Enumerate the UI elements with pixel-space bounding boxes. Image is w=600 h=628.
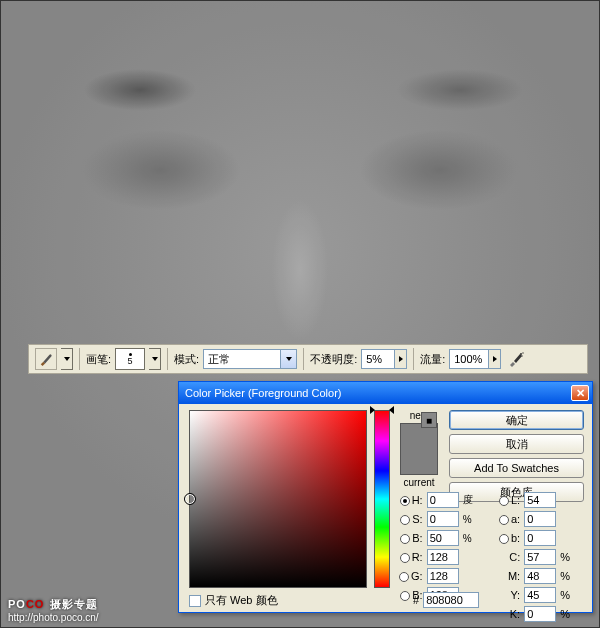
opacity-flyout[interactable] [395,349,407,369]
lab-b-radio[interactable] [499,534,509,544]
m-input[interactable] [524,568,556,584]
dialog-titlebar[interactable]: Color Picker (Foreground Color) ✕ [179,382,592,404]
close-icon: ✕ [576,387,585,400]
dialog-title: Color Picker (Foreground Color) [185,387,571,399]
divider [79,348,80,370]
r-input[interactable] [427,549,459,565]
lab-cmyk-grid: L: a: b: C: % M: % Y: % K: % [499,492,570,622]
chevron-down-icon [64,357,70,361]
brush-dropdown[interactable] [149,348,161,370]
r-label[interactable]: R: [399,551,423,563]
brush-preview[interactable]: 5 [115,348,145,370]
hsb-rgb-grid: H: 度 S: % B: % R: G: B: [399,492,473,603]
s-label[interactable]: S: [399,513,423,525]
lab-b-input[interactable] [524,530,556,546]
hex-hash: # [413,594,419,606]
add-to-swatches-button[interactable]: Add To Swatches [449,458,584,478]
brush-size-value: 5 [128,357,133,366]
c-label: C: [499,551,520,563]
mode-label: 模式: [174,352,199,367]
y-label: Y: [499,589,520,601]
g-input[interactable] [427,568,459,584]
chevron-right-icon [493,356,497,362]
close-button[interactable]: ✕ [571,385,589,401]
bv-radio[interactable] [400,591,410,601]
a-input[interactable] [524,511,556,527]
L-radio[interactable] [499,496,509,506]
L-input[interactable] [524,492,556,508]
svg-point-1 [523,352,524,353]
opacity-field[interactable]: 5% [361,349,407,369]
opacity-label: 不透明度: [310,352,357,367]
divider [303,348,304,370]
triangle-left-icon [370,406,375,414]
m-label: M: [499,570,520,582]
watermark: POCO 摄影专题 http://photo.poco.cn/ [0,588,200,628]
g-radio[interactable] [399,572,409,582]
flow-flyout[interactable] [489,349,501,369]
divider [413,348,414,370]
h-radio[interactable] [400,496,410,506]
L-label[interactable]: L: [499,494,520,506]
g-label[interactable]: G: [399,570,423,582]
triangle-right-icon [389,406,394,414]
color-picker-dialog: Color Picker (Foreground Color) ✕ new cu… [178,381,593,613]
brush-icon [39,352,53,366]
k-label: K: [499,608,520,620]
current-label: current [399,477,439,488]
y-unit: % [560,589,570,601]
opacity-value: 5% [366,353,382,365]
svg-point-2 [522,355,523,356]
hex-row: # [413,592,479,608]
hex-input[interactable] [423,592,479,608]
blend-mode-dropdown-button[interactable] [281,349,297,369]
h-label[interactable]: H: [399,494,423,506]
current-color-swatch[interactable] [401,449,437,474]
chevron-down-icon [286,357,292,361]
a-radio[interactable] [499,515,509,525]
airbrush-icon [507,350,525,368]
brush-label: 画笔: [86,352,111,367]
h-input[interactable] [427,492,459,508]
hue-strip[interactable] [374,410,390,588]
watermark-url: http://photo.poco.cn/ [8,612,200,623]
dialog-buttons: 确定 取消 Add To Swatches 颜色库 [449,410,584,502]
flow-label: 流量: [420,352,445,367]
h-unit: 度 [463,493,473,507]
a-label[interactable]: a: [499,513,520,525]
swatch-box[interactable] [400,423,438,475]
k-unit: % [560,608,570,620]
b-label[interactable]: B: [399,532,423,544]
airbrush-toggle[interactable] [505,348,527,370]
lab-b-label[interactable]: b: [499,532,520,544]
divider [167,348,168,370]
tool-preset-dropdown[interactable] [61,348,73,370]
r-radio[interactable] [400,553,410,563]
s-input[interactable] [427,511,459,527]
hue-thumb[interactable] [370,406,394,414]
k-input[interactable] [524,606,556,622]
web-only-row[interactable]: 只有 Web 颜色 [189,593,278,608]
c-unit: % [560,551,570,563]
blend-mode-value: 正常 [208,352,230,367]
chevron-down-icon [152,357,158,361]
cancel-button[interactable]: 取消 [449,434,584,454]
b-unit: % [463,533,473,544]
s-radio[interactable] [400,515,410,525]
chevron-right-icon [399,356,403,362]
current-tool-slot[interactable] [35,348,57,370]
saturation-value-field[interactable] [189,410,367,588]
c-input[interactable] [524,549,556,565]
dialog-body: new current ■ 确定 取消 Add To Swatches 颜色库 … [179,404,592,614]
b-radio[interactable] [400,534,410,544]
watermark-logo: POCO 摄影专题 [8,594,200,612]
sv-cursor[interactable] [185,494,195,504]
blend-mode-select[interactable]: 正常 [203,349,297,369]
s-unit: % [463,514,473,525]
ok-button[interactable]: 确定 [449,410,584,430]
y-input[interactable] [524,587,556,603]
gamut-warning-icon[interactable]: ■ [421,412,437,428]
svg-point-0 [520,353,522,355]
b-input[interactable] [427,530,459,546]
flow-field[interactable]: 100% [449,349,501,369]
